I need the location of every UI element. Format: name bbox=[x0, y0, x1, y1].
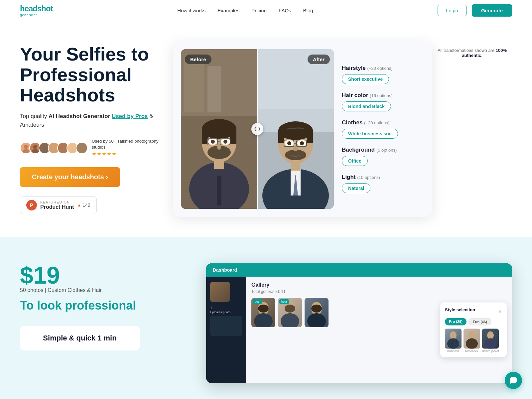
light-title: Light bbox=[342, 174, 356, 180]
authentic-note: All transformations shown are 100% authe… bbox=[432, 45, 512, 217]
hairstyle-count: (+30 options) bbox=[367, 66, 393, 71]
light-chip[interactable]: Natural bbox=[342, 183, 370, 193]
svg-point-11 bbox=[69, 149, 76, 154]
light-option: Light (10 options) Natural bbox=[342, 174, 424, 193]
nav-how-it-works[interactable]: How it works bbox=[177, 8, 205, 13]
background-chip[interactable]: Office bbox=[342, 156, 368, 166]
svg-point-62 bbox=[311, 305, 322, 313]
background-count: (5 options) bbox=[376, 148, 397, 153]
svg-point-54 bbox=[294, 146, 298, 151]
sidebar-upload: 1Upload a photo bbox=[210, 306, 242, 314]
svg-point-13 bbox=[78, 149, 85, 154]
hair-color-chip[interactable]: Blond and Black bbox=[342, 101, 391, 111]
bottom-section: $19 50 photos | Custom Clothes & Hair To… bbox=[0, 237, 532, 399]
before-image bbox=[181, 49, 257, 209]
svg-point-4 bbox=[43, 145, 47, 149]
svg-point-69 bbox=[484, 338, 496, 349]
comparison-handle[interactable] bbox=[251, 123, 263, 135]
after-image bbox=[257, 49, 334, 209]
svg-point-27 bbox=[223, 140, 227, 144]
used-by-pros-link[interactable]: Used by Pros bbox=[112, 113, 148, 119]
nav-links: How it works Examples Pricing FAQs Blog bbox=[177, 8, 313, 13]
svg-point-63 bbox=[307, 313, 326, 327]
style-tab-fun[interactable]: Fun (46) bbox=[468, 318, 491, 326]
svg-point-5 bbox=[41, 149, 48, 154]
svg-point-26 bbox=[211, 140, 215, 144]
light-count: (10 options) bbox=[357, 175, 380, 180]
svg-point-8 bbox=[61, 145, 65, 149]
create-headshots-button[interactable]: Create your headshots › bbox=[20, 167, 120, 187]
bottom-right: Dashboard 1Upload a photo Gallery Total … bbox=[206, 263, 512, 383]
hair-color-count: (16 options) bbox=[370, 93, 393, 98]
style-label: turtleneck bbox=[464, 349, 480, 353]
login-button[interactable]: Login bbox=[438, 5, 466, 16]
product-hunt-icon: P bbox=[26, 200, 37, 210]
product-hunt-count: ▲ 142 bbox=[77, 202, 90, 208]
svg-point-49 bbox=[300, 141, 304, 145]
product-hunt-badge[interactable]: P FEATURED ON Product Hunt ▲ 142 bbox=[20, 196, 97, 214]
hair-color-title: Hair color bbox=[342, 92, 368, 98]
dashboard-header: Dashboard bbox=[206, 263, 512, 277]
svg-point-1 bbox=[22, 149, 29, 154]
chat-button[interactable] bbox=[505, 372, 522, 389]
close-icon[interactable]: ✕ bbox=[498, 309, 502, 314]
gallery-sub: Total generated: 11 bbox=[251, 289, 507, 294]
authentic-prefix: All transformations shown are bbox=[438, 48, 496, 53]
nav-examples[interactable]: Examples bbox=[217, 8, 239, 13]
style-option[interactable]: denim jacket bbox=[482, 329, 499, 353]
clothes-label: Clothes (+30 options) bbox=[342, 119, 424, 126]
best-badge: best bbox=[253, 299, 262, 304]
nav-blog[interactable]: Blog bbox=[303, 8, 313, 13]
background-label: Background (5 options) bbox=[342, 147, 424, 153]
svg-point-10 bbox=[70, 145, 74, 149]
svg-point-57 bbox=[254, 313, 273, 327]
options-panel: Hairstyle (+30 options) Short executive … bbox=[342, 49, 424, 209]
svg-rect-45 bbox=[307, 130, 313, 143]
bottom-left: $19 50 photos | Custom Clothes & Hair To… bbox=[20, 263, 186, 350]
background-title: Background bbox=[342, 147, 375, 153]
nav-pricing[interactable]: Pricing bbox=[251, 8, 267, 13]
gallery-image[interactable]: best bbox=[251, 298, 275, 327]
clothes-title: Clothes bbox=[342, 119, 362, 126]
svg-point-9 bbox=[60, 149, 66, 154]
clothes-chip[interactable]: White business suit bbox=[342, 129, 398, 139]
svg-rect-33 bbox=[217, 176, 221, 205]
before-after-comparison[interactable]: Before After bbox=[181, 49, 334, 209]
svg-point-66 bbox=[468, 332, 475, 339]
light-label: Light (10 options) bbox=[342, 174, 424, 181]
hairstyle-chip[interactable]: Short executive bbox=[342, 74, 389, 84]
nav-faqs[interactable]: FAQs bbox=[279, 8, 291, 13]
style-option[interactable]: turtleneck bbox=[464, 329, 480, 353]
upvote-arrow-icon: ▲ bbox=[77, 203, 81, 207]
svg-rect-23 bbox=[230, 127, 236, 144]
svg-point-65 bbox=[447, 338, 459, 349]
gallery-image[interactable]: best bbox=[278, 298, 302, 327]
hero-subtitle: Top quality AI Headshot Generator Used b… bbox=[20, 112, 160, 129]
product-hunt-info: FEATURED ON Product Hunt bbox=[40, 200, 74, 210]
tagline-label: To look professional bbox=[20, 299, 186, 313]
social-proof-label: Used by 50+ satisfied photography studio… bbox=[92, 138, 160, 150]
generate-button[interactable]: Generate bbox=[472, 4, 512, 17]
svg-point-2 bbox=[33, 145, 37, 149]
simple-text: Simple & quick 1 min bbox=[31, 334, 129, 342]
style-option[interactable]: business bbox=[445, 329, 462, 353]
cta-label: Create your headshots › bbox=[32, 173, 108, 181]
hairstyle-title: Hairstyle bbox=[342, 65, 366, 71]
clothes-count: (+30 options) bbox=[364, 120, 389, 125]
style-label: business bbox=[445, 349, 462, 353]
svg-point-3 bbox=[32, 149, 39, 154]
social-proof-text: Used by 50+ satisfied photography studio… bbox=[92, 138, 160, 158]
gallery-image[interactable] bbox=[305, 298, 329, 327]
svg-point-67 bbox=[466, 338, 478, 349]
ph-letter: P bbox=[30, 202, 33, 208]
style-tab-pro[interactable]: Pro (25) bbox=[445, 318, 466, 326]
svg-point-12 bbox=[80, 145, 84, 149]
hero-section: Your Selfies to Professional Headshots T… bbox=[0, 21, 532, 237]
social-proof-row: Used by 50+ satisfied photography studio… bbox=[20, 138, 160, 158]
svg-point-68 bbox=[487, 332, 494, 339]
product-hunt-name: Product Hunt bbox=[40, 204, 74, 210]
svg-point-6 bbox=[52, 145, 56, 149]
price-label: $19 bbox=[20, 263, 186, 287]
svg-point-48 bbox=[287, 141, 291, 145]
logo[interactable]: headshot generator bbox=[20, 4, 53, 17]
